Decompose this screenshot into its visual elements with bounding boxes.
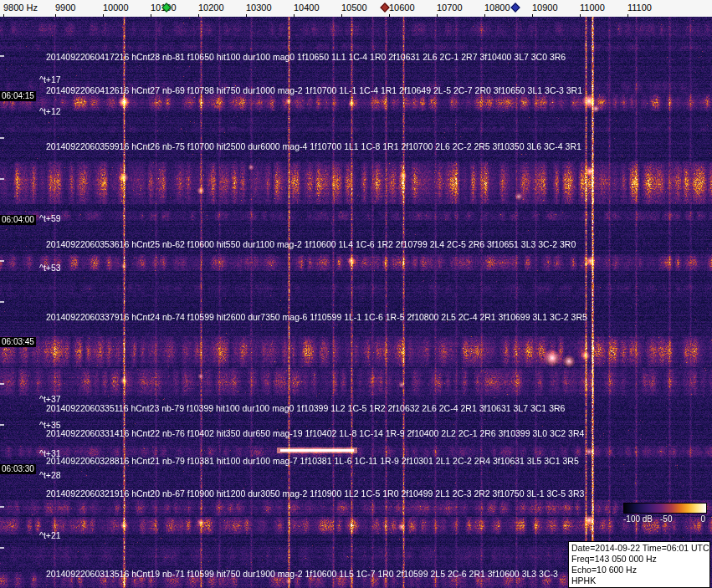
time-axis-label: 06:04:15 [0,91,36,101]
colorbar-gradient [623,503,707,514]
detection-log-line: 20140922060353616 hCnt25 nb-62 f10600 hi… [46,240,576,249]
freq-tick-mark [484,14,485,17]
freq-tick-label: 10300 [246,3,272,13]
freq-tick-mark [3,14,4,17]
freq-tick-mark [246,14,247,17]
freq-tick-label: 11000 [580,3,605,13]
time-tick-mark [0,424,4,426]
time-offset-label: ^t+28 [39,471,61,480]
overlay-layer: 20140922060417216 hCnt28 nb-81 f10650 hi… [0,0,712,588]
time-axis-label: 06:03:45 [0,337,36,347]
freq-tick-label: 10600 [389,3,415,13]
detection-log-line: 20140922060328816 hCnt21 nb-79 f10381 hi… [46,457,579,466]
frequency-axis: 9800 Hz990010000101001020010300104001050… [0,0,712,17]
freq-tick-mark [389,14,390,17]
freq-tick-label: 10000 [103,3,129,13]
time-tick-mark [0,547,4,549]
freq-tick-label: 10800 [484,3,510,13]
freq-tick-label: 10400 [294,3,320,13]
time-axis-label: 06:04:00 [0,215,36,225]
freq-tick-label: 9800 Hz [3,3,38,13]
detection-log-line: 20140922060321916 hCnt20 nb-67 f10900 hi… [46,489,584,499]
freq-tick-mark [151,14,151,17]
time-offset-label: ^t+59 [39,214,61,223]
time-offset-label: ^t+31 [39,449,61,458]
detection-log-line: 20140922060337916 hCnt24 nb-74 f10599 hi… [46,313,587,322]
freq-tick-label: 9900 [55,3,75,13]
colorbar: -100 dB -50 0 [623,503,707,524]
time-axis-label: 06:03:30 [0,464,36,474]
freq-tick-mark [437,14,438,17]
detection-log-line: 20140922060313516 hCnt19 nb-71 f10599 hi… [46,570,558,579]
colorbar-labels: -100 dB -50 0 [623,514,707,524]
freq-tick-label: 10900 [532,3,558,13]
info-date-line: Date=2014-09-22 Time=06:01 UTC [571,543,707,554]
freq-tick-mark [580,14,581,17]
blue-frequency-marker-icon[interactable] [510,3,520,12]
freq-tick-mark [103,14,104,17]
detection-log-line: 20140922060335116 hCnt23 nb-79 f10399 hi… [46,404,565,413]
detection-log-line: 20140922060412616 hCnt27 nb-69 f10798 hi… [46,86,582,95]
time-tick-mark [0,260,4,262]
detection-log-line: 20140922060331416 hCnt22 nb-76 f10402 hi… [46,429,584,438]
freq-tick-mark [198,14,199,17]
time-tick-mark [0,301,4,303]
time-offset-label: ^t+17 [39,75,61,84]
freq-tick-label: 11100 [627,3,652,13]
detection-log-line: 20140922060417216 hCnt28 nb-81 f10650 hi… [46,53,566,62]
time-tick-mark [0,506,4,508]
colorbar-mid-label: -50 [660,514,672,524]
time-tick-mark [0,383,4,385]
colorbar-max-label: 0 [700,514,705,524]
freq-tick-label: 10700 [437,3,463,13]
info-echo-line: Echo=10 600 Hz [571,565,707,575]
meteor-echo-spectrogram-window: 9800 Hz990010000101001020010300104001050… [0,0,712,588]
freq-tick-mark [627,14,628,17]
detection-log-line: 20140922060359916 hCnt26 nb-75 f10700 hi… [46,142,581,151]
red-frequency-marker-icon[interactable] [380,3,389,12]
freq-tick-mark [341,14,342,17]
time-tick-mark [0,137,4,139]
time-offset-label: ^t+35 [39,421,61,430]
time-offset-label: ^t+53 [39,263,61,273]
info-station-line: HPHK [571,575,707,586]
time-offset-label: ^t+37 [39,395,61,404]
freq-tick-label: 10500 [341,3,367,13]
time-offset-label: ^t+12 [39,107,61,116]
info-freq-line: Freq=143 050 000 Hz [571,554,707,565]
colorbar-min-label: -100 dB [623,514,653,524]
time-tick-mark [0,55,4,57]
freq-tick-label: 10200 [198,3,224,13]
freq-tick-mark [55,14,56,17]
info-box: Date=2014-09-22 Time=06:01 UTC Freq=143 … [568,541,710,588]
time-tick-mark [0,178,4,180]
freq-tick-mark [294,14,295,17]
time-offset-label: ^t+21 [39,531,61,540]
freq-tick-mark [532,14,533,17]
